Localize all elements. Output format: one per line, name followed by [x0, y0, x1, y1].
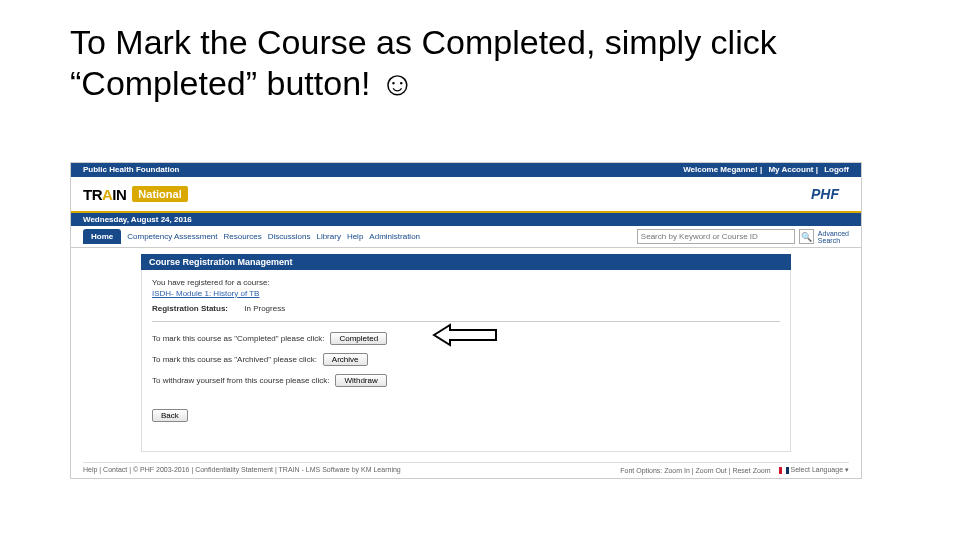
status-line: Registration Status: In Progress	[152, 304, 780, 313]
status-value: In Progress	[244, 304, 285, 313]
nav-row: Home Competency Assessment Resources Dis…	[71, 226, 861, 248]
action-archive-line: To mark this course as "Archived" please…	[152, 353, 780, 366]
flag-icon	[779, 467, 789, 474]
font-options[interactable]: Font Options: Zoom In | Zoom Out | Reset…	[620, 467, 770, 474]
panel-body: You have registered for a course: ISDH- …	[141, 270, 791, 452]
advanced-search-link[interactable]: Advanced Search	[818, 230, 849, 244]
archive-button[interactable]: Archive	[323, 353, 368, 366]
tab-discussions[interactable]: Discussions	[268, 232, 311, 241]
brand-train: TRAIN National	[83, 186, 188, 203]
panel-heading: Course Registration Management	[141, 254, 791, 270]
dropdown-icon[interactable]: ▾	[845, 466, 849, 473]
withdraw-text: To withdraw yourself from this course pl…	[152, 376, 329, 385]
logo-part-in: IN	[112, 186, 126, 203]
search-area: 🔍 Advanced Search	[637, 229, 849, 244]
course-link[interactable]: ISDH- Module 1: History of TB	[152, 289, 259, 298]
my-account-link[interactable]: My Account	[768, 165, 813, 174]
top-bar: Public Health Foundation Welcome Meganne…	[71, 163, 861, 177]
top-links: Welcome Meganne! | My Account | Logoff	[683, 163, 849, 177]
footer-row: Help | Contact | © PHF 2003-2016 | Confi…	[83, 462, 849, 474]
select-language[interactable]: Select Language	[791, 466, 844, 473]
archive-text: To mark this course as "Archived" please…	[152, 355, 317, 364]
tab-help[interactable]: Help	[347, 232, 363, 241]
footer-left: Help | Contact | © PHF 2003-2016 | Confi…	[83, 466, 401, 474]
welcome-text: Welcome Meganne!	[683, 165, 758, 174]
train-logo: TRAIN	[83, 186, 126, 203]
completed-button[interactable]: Completed	[330, 332, 387, 345]
slide-title: To Mark the Course as Completed, simply …	[70, 22, 890, 104]
phf-logo: PHF	[811, 186, 849, 202]
national-badge: National	[132, 186, 187, 202]
tab-home[interactable]: Home	[83, 229, 121, 244]
registered-label: You have registered for a course:	[152, 278, 780, 287]
logoff-link[interactable]: Logoff	[824, 165, 849, 174]
back-button[interactable]: Back	[152, 409, 188, 422]
search-icon[interactable]: 🔍	[799, 229, 814, 244]
logo-part-a: A	[102, 186, 112, 203]
action-withdraw-line: To withdraw yourself from this course pl…	[152, 374, 780, 387]
completed-text: To mark this course as "Completed" pleas…	[152, 334, 324, 343]
svg-marker-0	[434, 325, 496, 345]
tab-administration[interactable]: Administration	[369, 232, 420, 241]
footer-right: Font Options: Zoom In | Zoom Out | Reset…	[620, 466, 849, 474]
org-name: Public Health Foundation	[83, 163, 179, 177]
screenshot-frame: Public Health Foundation Welcome Meganne…	[70, 162, 862, 479]
tab-competency[interactable]: Competency Assessment	[127, 232, 217, 241]
main-panel: Course Registration Management You have …	[141, 254, 791, 452]
tab-library[interactable]: Library	[316, 232, 340, 241]
search-input[interactable]	[637, 229, 795, 244]
tab-resources[interactable]: Resources	[224, 232, 262, 241]
status-label: Registration Status:	[152, 304, 228, 313]
nav-tabs: Home Competency Assessment Resources Dis…	[83, 229, 420, 244]
date-bar: Wednesday, August 24, 2016	[71, 213, 861, 226]
arrow-annotation	[432, 322, 502, 348]
logo-part-tr: TR	[83, 186, 102, 203]
brand-row: TRAIN National PHF	[71, 177, 861, 213]
withdraw-button[interactable]: Withdraw	[335, 374, 386, 387]
